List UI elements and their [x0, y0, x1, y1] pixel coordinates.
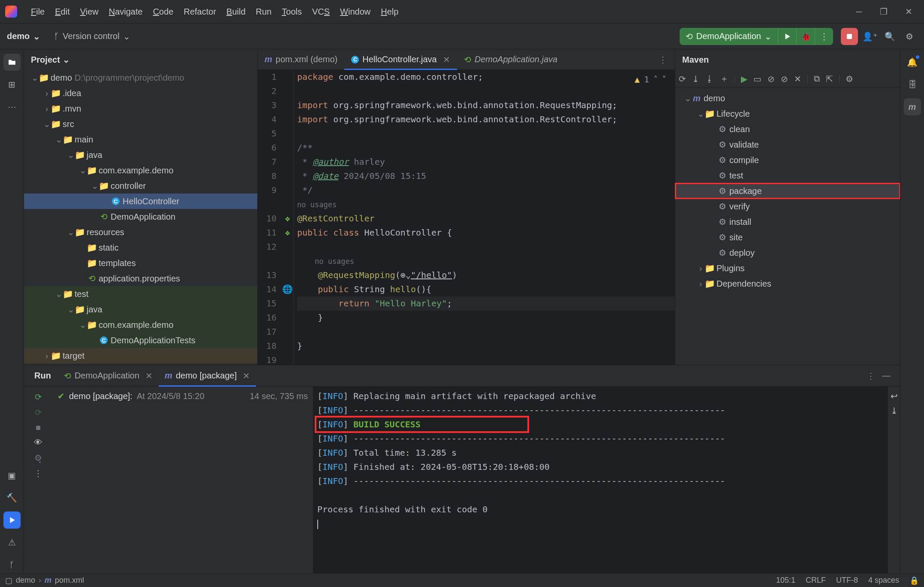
- more-run-button[interactable]: [815, 31, 833, 42]
- maven-item-dependencies[interactable]: ›📁Dependencies: [675, 276, 900, 291]
- build-toolwindow-button[interactable]: 🔨: [3, 489, 21, 506]
- project-chooser[interactable]: demo ⌄: [7, 31, 40, 42]
- download-icon[interactable]: ⭳: [705, 74, 714, 84]
- show-deps-icon[interactable]: ⧉: [814, 74, 820, 84]
- tree-item[interactable]: ⌄📁resources: [24, 224, 257, 240]
- menu-edit[interactable]: Edit: [50, 5, 75, 18]
- show-icon[interactable]: 👁: [34, 438, 42, 448]
- menu-window[interactable]: Window: [335, 5, 376, 18]
- maven-button[interactable]: m: [904, 98, 921, 115]
- close-tab-icon[interactable]: ✕: [443, 54, 450, 65]
- scroll-to-end-icon[interactable]: ⤓: [891, 405, 898, 416]
- tree-item[interactable]: ⌄📁java: [24, 147, 257, 163]
- editor-tab[interactable]: CHelloController.java✕: [344, 49, 457, 70]
- toggle-offline-icon[interactable]: ⊘: [767, 74, 775, 84]
- maven-item-lifecycle[interactable]: ⌄📁Lifecycle: [675, 106, 900, 121]
- reload-icon[interactable]: ⟳: [679, 74, 686, 84]
- maven-tree[interactable]: ⌄mdemo⌄📁Lifecycle⚙clean⚙validate⚙compile…: [675, 88, 900, 365]
- tree-item[interactable]: ›📁.mvn: [24, 101, 257, 116]
- maven-item-install[interactable]: ⚙install: [675, 214, 900, 230]
- run-tab[interactable]: mdemo [package]✕: [159, 365, 256, 386]
- close-button[interactable]: ✕: [903, 6, 914, 17]
- add-icon[interactable]: ＋: [720, 73, 728, 85]
- tree-item[interactable]: CDemoApplicationTests: [24, 333, 257, 348]
- run-icon[interactable]: ▶: [741, 74, 747, 84]
- tree-item[interactable]: ⌄📁com.example.demo: [24, 317, 257, 333]
- git-toolwindow-button[interactable]: ᚶ: [3, 556, 21, 573]
- tree-item[interactable]: ›📁.idea: [24, 85, 257, 101]
- version-control-button[interactable]: ᚶ Version control ⌄: [54, 31, 130, 42]
- icon-gutter[interactable]: ❖❖🌐: [282, 70, 294, 365]
- tree-item[interactable]: 📁static: [24, 240, 257, 255]
- tree-item[interactable]: ⌄📁java: [24, 302, 257, 317]
- more-icon[interactable]: [34, 468, 42, 478]
- debug-button[interactable]: 🐞: [797, 31, 815, 42]
- maven-item-validate[interactable]: ⚙validate: [675, 137, 900, 152]
- project-tree[interactable]: ⌄📁demoD:\programmer\project\demo›📁.idea›…: [24, 70, 257, 365]
- tree-item[interactable]: ⌄📁demoD:\programmer\project\demo: [24, 70, 257, 85]
- console-output[interactable]: [INFO] Replacing main artifact with repa…: [313, 387, 888, 573]
- caret-position[interactable]: 105:1: [776, 576, 795, 585]
- tree-item[interactable]: ⟲application.properties: [24, 271, 257, 286]
- settings-icon[interactable]: ⚙: [846, 74, 853, 84]
- maven-item-clean[interactable]: ⚙clean: [675, 121, 900, 137]
- close-tab-icon[interactable]: ✕: [243, 371, 250, 381]
- maven-item-site[interactable]: ⚙site: [675, 230, 900, 245]
- database-button[interactable]: 🗄: [904, 76, 921, 93]
- tree-item[interactable]: ⌄📁src: [24, 116, 257, 132]
- run-button[interactable]: [778, 33, 796, 40]
- project-toolwindow-button[interactable]: [3, 54, 21, 71]
- terminal-toolwindow-button[interactable]: ▣: [3, 467, 21, 484]
- menu-code[interactable]: Code: [148, 5, 179, 18]
- run-toolwindow-button[interactable]: [3, 511, 21, 529]
- maximize-button[interactable]: ❐: [879, 6, 889, 17]
- skip-tests-icon[interactable]: ⊘: [781, 74, 788, 84]
- tree-item[interactable]: ⟲DemoApplication: [24, 209, 257, 224]
- tree-item[interactable]: ⌄📁main: [24, 132, 257, 147]
- generate-sources-icon[interactable]: ⤓: [692, 74, 699, 84]
- tree-item[interactable]: 📁templates: [24, 255, 257, 271]
- menu-tools[interactable]: Tools: [277, 5, 307, 18]
- maven-item-test[interactable]: ⚙test: [675, 168, 900, 183]
- menu-run[interactable]: Run: [251, 5, 277, 18]
- problems-toolwindow-button[interactable]: ⚠: [3, 534, 21, 551]
- execute-icon[interactable]: ▭: [753, 74, 761, 84]
- maven-header[interactable]: Maven: [675, 49, 900, 70]
- minimize-button[interactable]: ─: [854, 6, 864, 17]
- maven-item-package[interactable]: ⚙package: [675, 183, 900, 199]
- tree-item[interactable]: CHelloController: [24, 194, 257, 209]
- rerun-icon[interactable]: ⟳: [35, 392, 42, 402]
- editor-tab[interactable]: mpom.xml (demo): [258, 49, 344, 70]
- close-icon[interactable]: ✕: [794, 74, 801, 84]
- structure-toolwindow-button[interactable]: ⋯: [3, 98, 21, 115]
- menu-view[interactable]: View: [75, 5, 104, 18]
- run-config-select[interactable]: ⟲ DemoApplication ⌄: [680, 31, 778, 42]
- tree-item[interactable]: ⌄📁com.example.demo: [24, 163, 257, 178]
- menu-refactor[interactable]: Refactor: [178, 5, 221, 18]
- maven-item-demo[interactable]: ⌄mdemo: [675, 91, 900, 106]
- menu-vcs[interactable]: VCS: [307, 5, 335, 18]
- menu-build[interactable]: Build: [221, 5, 250, 18]
- run-task-tree[interactable]: ✔ demo [package]: At 2024/5/8 15:20 14 s…: [52, 387, 313, 573]
- maven-item-verify[interactable]: ⚙verify: [675, 199, 900, 214]
- project-pane-header[interactable]: Project ⌄: [24, 49, 257, 70]
- tree-item[interactable]: ⌄📁test: [24, 286, 257, 302]
- line-separator[interactable]: CRLF: [806, 576, 826, 585]
- maven-item-compile[interactable]: ⚙compile: [675, 152, 900, 168]
- run-icon[interactable]: ⟳: [35, 407, 42, 418]
- editor-body[interactable]: 12345678910111213141516171819 ❖❖🌐 packag…: [258, 70, 675, 365]
- hide-panel-button[interactable]: —: [882, 371, 891, 381]
- run-tab[interactable]: ⟲DemoApplication✕: [58, 365, 159, 386]
- code-area[interactable]: package com.example.demo.controller;impo…: [294, 70, 675, 365]
- menu-navigate[interactable]: Navigate: [104, 5, 148, 18]
- inspection-widget[interactable]: ▲ 1 ˄ ˅: [633, 72, 668, 88]
- maven-item-deploy[interactable]: ⚙deploy: [675, 245, 900, 260]
- menu-help[interactable]: Help: [376, 5, 403, 18]
- filter-icon[interactable]: ⚙̥: [34, 453, 42, 463]
- close-tab-icon[interactable]: ✕: [145, 371, 153, 381]
- stop-button[interactable]: [841, 28, 858, 45]
- commit-toolwindow-button[interactable]: ⊞: [3, 76, 21, 93]
- readonly-lock-icon[interactable]: 🔒: [909, 576, 919, 585]
- stop-icon[interactable]: ■: [36, 423, 41, 433]
- line-gutter[interactable]: 12345678910111213141516171819: [258, 70, 282, 365]
